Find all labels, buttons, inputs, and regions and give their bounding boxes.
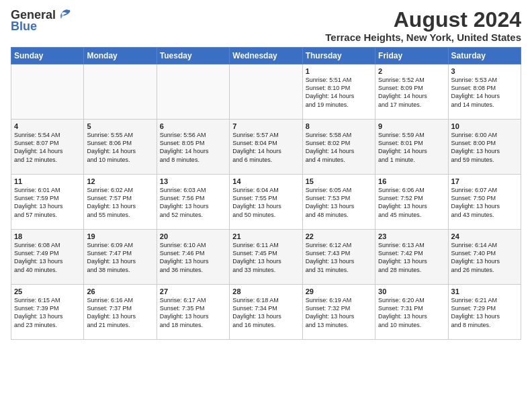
calendar-cell — [84, 64, 157, 120]
col-wednesday: Wednesday — [230, 48, 302, 64]
day-info: Sunrise: 5:54 AM Sunset: 8:07 PM Dayligh… — [14, 131, 81, 164]
day-number: 16 — [378, 177, 445, 185]
day-info: Sunrise: 6:15 AM Sunset: 7:39 PM Dayligh… — [14, 296, 81, 329]
calendar-cell: 4Sunrise: 5:54 AM Sunset: 8:07 PM Daylig… — [11, 120, 84, 175]
calendar-cell — [230, 64, 302, 120]
day-info: Sunrise: 6:19 AM Sunset: 7:32 PM Dayligh… — [306, 296, 372, 329]
col-monday: Monday — [84, 48, 157, 64]
day-info: Sunrise: 5:55 AM Sunset: 8:06 PM Dayligh… — [87, 131, 153, 164]
calendar-cell: 29Sunrise: 6:19 AM Sunset: 7:32 PM Dayli… — [302, 285, 375, 340]
day-info: Sunrise: 6:10 AM Sunset: 7:46 PM Dayligh… — [160, 241, 226, 274]
day-number: 22 — [306, 232, 372, 240]
calendar-table: Sunday Monday Tuesday Wednesday Thursday… — [11, 47, 521, 340]
header: General Blue August 2024 Terrace Heights… — [11, 8, 521, 43]
calendar-cell — [157, 64, 229, 120]
day-number: 10 — [451, 122, 518, 130]
day-number: 30 — [378, 287, 445, 295]
calendar-week-3: 11Sunrise: 6:01 AM Sunset: 7:59 PM Dayli… — [11, 175, 521, 230]
calendar-cell: 31Sunrise: 6:21 AM Sunset: 7:29 PM Dayli… — [448, 285, 521, 340]
month-title: August 2024 — [325, 8, 521, 32]
page: General Blue August 2024 Terrace Heights… — [0, 0, 532, 345]
calendar-cell: 11Sunrise: 6:01 AM Sunset: 7:59 PM Dayli… — [11, 175, 84, 230]
day-info: Sunrise: 6:05 AM Sunset: 7:53 PM Dayligh… — [306, 186, 372, 219]
day-number: 11 — [14, 177, 81, 185]
day-info: Sunrise: 6:20 AM Sunset: 7:31 PM Dayligh… — [378, 296, 445, 329]
day-number: 6 — [160, 122, 226, 130]
calendar-cell: 2Sunrise: 5:52 AM Sunset: 8:09 PM Daylig… — [375, 64, 448, 120]
col-sunday: Sunday — [11, 48, 84, 64]
day-info: Sunrise: 5:57 AM Sunset: 8:04 PM Dayligh… — [232, 131, 299, 164]
calendar-cell: 30Sunrise: 6:20 AM Sunset: 7:31 PM Dayli… — [375, 285, 448, 340]
calendar-cell: 9Sunrise: 5:59 AM Sunset: 8:01 PM Daylig… — [375, 120, 448, 175]
calendar-cell: 23Sunrise: 6:13 AM Sunset: 7:42 PM Dayli… — [375, 230, 448, 285]
day-number: 19 — [87, 232, 153, 240]
calendar-cell: 6Sunrise: 5:56 AM Sunset: 8:05 PM Daylig… — [157, 120, 229, 175]
calendar-cell: 21Sunrise: 6:11 AM Sunset: 7:45 PM Dayli… — [230, 230, 302, 285]
calendar-cell: 26Sunrise: 6:16 AM Sunset: 7:37 PM Dayli… — [84, 285, 157, 340]
calendar-week-4: 18Sunrise: 6:08 AM Sunset: 7:49 PM Dayli… — [11, 230, 521, 285]
day-info: Sunrise: 5:51 AM Sunset: 8:10 PM Dayligh… — [306, 76, 372, 109]
day-number: 15 — [306, 177, 372, 185]
calendar-cell: 7Sunrise: 5:57 AM Sunset: 8:04 PM Daylig… — [230, 120, 302, 175]
day-info: Sunrise: 6:07 AM Sunset: 7:50 PM Dayligh… — [451, 186, 518, 219]
day-number: 20 — [160, 232, 226, 240]
day-info: Sunrise: 6:01 AM Sunset: 7:59 PM Dayligh… — [14, 186, 81, 219]
day-info: Sunrise: 5:59 AM Sunset: 8:01 PM Dayligh… — [378, 131, 445, 164]
day-info: Sunrise: 6:17 AM Sunset: 7:35 PM Dayligh… — [160, 296, 226, 329]
calendar-week-2: 4Sunrise: 5:54 AM Sunset: 8:07 PM Daylig… — [11, 120, 521, 175]
calendar-week-1: 1Sunrise: 5:51 AM Sunset: 8:10 PM Daylig… — [11, 64, 521, 120]
day-info: Sunrise: 6:03 AM Sunset: 7:56 PM Dayligh… — [160, 186, 226, 219]
day-number: 21 — [232, 232, 299, 240]
header-row: Sunday Monday Tuesday Wednesday Thursday… — [11, 48, 521, 64]
day-info: Sunrise: 6:14 AM Sunset: 7:40 PM Dayligh… — [451, 241, 518, 274]
calendar-cell: 16Sunrise: 6:06 AM Sunset: 7:52 PM Dayli… — [375, 175, 448, 230]
calendar-cell: 18Sunrise: 6:08 AM Sunset: 7:49 PM Dayli… — [11, 230, 84, 285]
calendar-cell: 25Sunrise: 6:15 AM Sunset: 7:39 PM Dayli… — [11, 285, 84, 340]
day-info: Sunrise: 6:08 AM Sunset: 7:49 PM Dayligh… — [14, 241, 81, 274]
day-info: Sunrise: 6:02 AM Sunset: 7:57 PM Dayligh… — [87, 186, 153, 219]
day-number: 18 — [14, 232, 81, 240]
day-info: Sunrise: 5:52 AM Sunset: 8:09 PM Dayligh… — [378, 76, 445, 109]
calendar-cell: 5Sunrise: 5:55 AM Sunset: 8:06 PM Daylig… — [84, 120, 157, 175]
day-number: 28 — [232, 287, 299, 295]
day-number: 3 — [451, 67, 518, 75]
calendar-cell: 10Sunrise: 6:00 AM Sunset: 8:00 PM Dayli… — [448, 120, 521, 175]
day-number: 2 — [378, 67, 445, 75]
day-number: 8 — [306, 122, 372, 130]
day-number: 9 — [378, 122, 445, 130]
calendar-cell: 3Sunrise: 5:53 AM Sunset: 8:08 PM Daylig… — [448, 64, 521, 120]
calendar-cell: 24Sunrise: 6:14 AM Sunset: 7:40 PM Dayli… — [448, 230, 521, 285]
logo-blue-text: Blue — [11, 19, 37, 34]
calendar-cell: 20Sunrise: 6:10 AM Sunset: 7:46 PM Dayli… — [157, 230, 229, 285]
col-friday: Friday — [375, 48, 448, 64]
day-info: Sunrise: 6:18 AM Sunset: 7:34 PM Dayligh… — [232, 296, 299, 329]
calendar-body: 1Sunrise: 5:51 AM Sunset: 8:10 PM Daylig… — [11, 64, 521, 340]
day-number: 29 — [306, 287, 372, 295]
day-number: 1 — [306, 67, 372, 75]
day-number: 27 — [160, 287, 226, 295]
calendar-cell: 1Sunrise: 5:51 AM Sunset: 8:10 PM Daylig… — [302, 64, 375, 120]
calendar-cell: 27Sunrise: 6:17 AM Sunset: 7:35 PM Dayli… — [157, 285, 229, 340]
day-number: 5 — [87, 122, 153, 130]
day-number: 12 — [87, 177, 153, 185]
calendar-header: Sunday Monday Tuesday Wednesday Thursday… — [11, 48, 521, 64]
day-info: Sunrise: 5:56 AM Sunset: 8:05 PM Dayligh… — [160, 131, 226, 164]
col-thursday: Thursday — [302, 48, 375, 64]
day-number: 7 — [232, 122, 299, 130]
day-info: Sunrise: 6:21 AM Sunset: 7:29 PM Dayligh… — [451, 296, 518, 329]
calendar-cell: 8Sunrise: 5:58 AM Sunset: 8:02 PM Daylig… — [302, 120, 375, 175]
day-number: 17 — [451, 177, 518, 185]
day-number: 25 — [14, 287, 81, 295]
location: Terrace Heights, New York, United States — [325, 32, 521, 43]
calendar-cell: 28Sunrise: 6:18 AM Sunset: 7:34 PM Dayli… — [230, 285, 302, 340]
calendar-cell: 19Sunrise: 6:09 AM Sunset: 7:47 PM Dayli… — [84, 230, 157, 285]
day-number: 4 — [14, 122, 81, 130]
calendar-cell: 22Sunrise: 6:12 AM Sunset: 7:43 PM Dayli… — [302, 230, 375, 285]
calendar-cell: 17Sunrise: 6:07 AM Sunset: 7:50 PM Dayli… — [448, 175, 521, 230]
day-info: Sunrise: 6:04 AM Sunset: 7:55 PM Dayligh… — [232, 186, 299, 219]
day-number: 26 — [87, 287, 153, 295]
day-info: Sunrise: 6:16 AM Sunset: 7:37 PM Dayligh… — [87, 296, 153, 329]
day-info: Sunrise: 5:53 AM Sunset: 8:08 PM Dayligh… — [451, 76, 518, 109]
logo-bird-icon — [56, 9, 71, 21]
day-info: Sunrise: 6:12 AM Sunset: 7:43 PM Dayligh… — [306, 241, 372, 274]
